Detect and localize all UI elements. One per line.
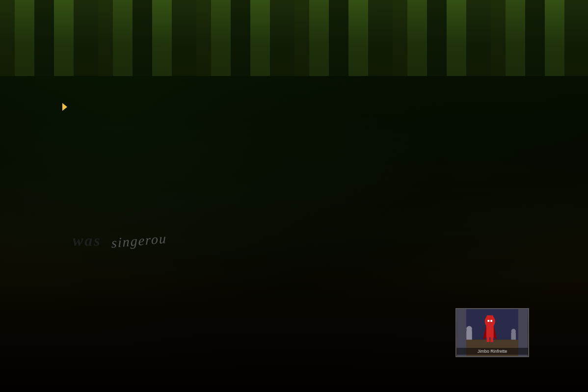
game-image-inner: Jimbo Rinfrette: [456, 309, 528, 356]
svg-point-7: [485, 315, 495, 327]
svg-rect-14: [486, 336, 489, 342]
character-name: Jimbo Rinfrette: [456, 348, 528, 355]
svg-rect-10: [487, 320, 489, 322]
nav-marker: [62, 103, 67, 111]
svg-rect-18: [511, 333, 516, 340]
svg-point-19: [511, 329, 516, 334]
svg-rect-16: [466, 330, 472, 340]
svg-rect-15: [490, 336, 493, 342]
svg-rect-8: [486, 315, 489, 320]
forest-header: [0, 0, 588, 76]
game-screenshot: Jimbo Rinfrette: [455, 308, 529, 357]
svg-point-17: [466, 326, 472, 332]
svg-rect-11: [490, 320, 492, 322]
svg-rect-9: [491, 315, 493, 320]
captcha-word1: was: [73, 232, 102, 250]
